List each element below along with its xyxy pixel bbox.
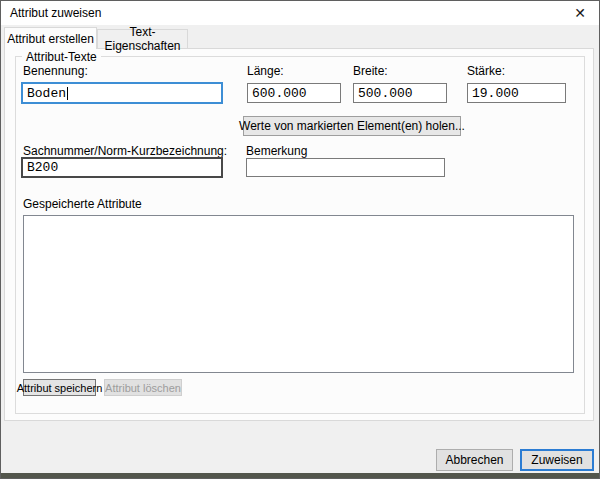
window-bottom-shadow (1, 473, 599, 478)
gespeicherte-attribute-listbox[interactable] (23, 215, 574, 373)
staerke-label: Stärke: (467, 64, 505, 78)
zuweisen-button[interactable]: Zuweisen (520, 449, 594, 471)
attribut-speichern-button[interactable]: Attribut speichern (23, 379, 96, 396)
attribut-loeschen-button: Attribut löschen (104, 379, 182, 396)
staerke-input[interactable]: 19.000 (467, 83, 566, 103)
laenge-input[interactable]: 600.000 (247, 83, 341, 103)
zuweisen-label: Zuweisen (531, 453, 582, 467)
staerke-value: 19.000 (472, 86, 519, 101)
abbrechen-label: Abbrechen (445, 453, 503, 467)
close-glyph: ✕ (574, 5, 586, 21)
attribut-speichern-label: Attribut speichern (17, 382, 103, 394)
breite-label: Breite: (353, 64, 388, 78)
attribut-loeschen-label: Attribut löschen (105, 382, 181, 394)
tab-text-eigenschaften[interactable]: Text-Eigenschaften (97, 29, 188, 49)
werte-holen-label: Werte von markierten Element(en) holen..… (239, 119, 465, 133)
abbrechen-button[interactable]: Abbrechen (436, 449, 513, 471)
sachnummer-value: B200 (27, 160, 58, 175)
tab-attribut-erstellen[interactable]: Attribut erstellen (4, 27, 97, 49)
benennung-value: Boden (27, 86, 66, 101)
bemerkung-input[interactable] (246, 158, 445, 177)
tab-label: Attribut erstellen (7, 32, 94, 46)
titlebar: Attribut zuweisen (1, 1, 599, 25)
bemerkung-label: Bemerkung (246, 144, 307, 158)
werte-holen-button[interactable]: Werte von markierten Element(en) holen..… (243, 116, 461, 136)
text-caret (67, 87, 68, 100)
attribut-zuweisen-dialog: Attribut zuweisen ✕ Attribut erstellen T… (0, 0, 600, 479)
window-title: Attribut zuweisen (1, 6, 101, 20)
close-icon[interactable]: ✕ (561, 1, 599, 25)
breite-value: 500.000 (358, 86, 413, 101)
sachnummer-input[interactable]: B200 (21, 157, 223, 178)
laenge-label: Länge: (247, 64, 284, 78)
sachnummer-label: Sachnummer/Norm-Kurzbezeichnung: (23, 144, 227, 158)
laenge-value: 600.000 (252, 86, 307, 101)
benennung-input[interactable]: Boden (21, 82, 223, 104)
breite-input[interactable]: 500.000 (353, 83, 447, 103)
gespeicherte-attribute-label: Gespeicherte Attribute (23, 197, 142, 211)
tab-label: Text-Eigenschaften (98, 25, 187, 53)
groupbox-title: Attribut-Texte (22, 50, 101, 64)
benennung-label: Benennung: (23, 64, 88, 78)
